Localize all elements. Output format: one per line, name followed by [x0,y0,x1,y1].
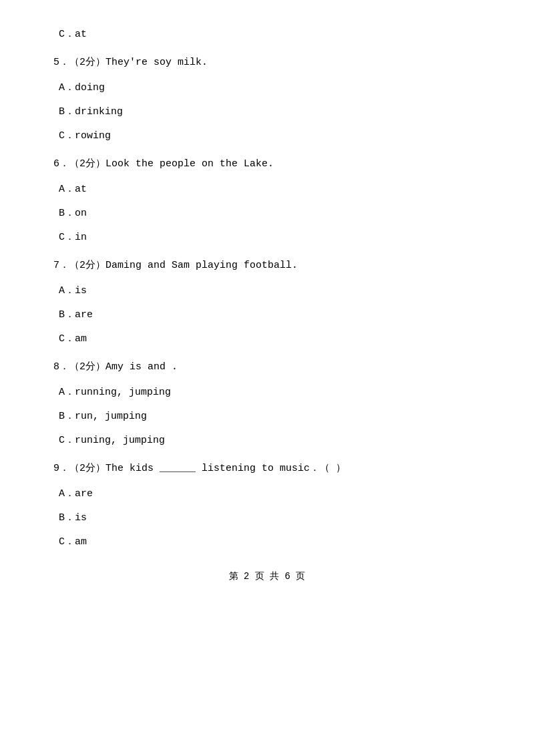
question-6-option-a: A．at [53,182,481,198]
question-7-option-c: C．am [53,331,481,347]
question-7-option-a: A．is [53,283,481,299]
question-8-option-b: B．run, jumping [53,409,481,425]
question-8-text: 8．（2分）Amy is and . [53,359,481,375]
question-6-text: 6．（2分）Look the people on the Lake. [53,156,481,172]
question-8-option-c: C．runing, jumping [53,433,481,449]
question-8: 8．（2分）Amy is and . A．running, jumping B．… [53,359,481,449]
question-9: 9．（2分）The kids ______ listening to music… [53,461,481,550]
question-6: 6．（2分）Look the people on the Lake. A．at … [53,156,481,246]
question-9-option-a: A．are [53,486,481,502]
question-5-option-a: A．doing [53,80,481,96]
question-5-text: 5．（2分）They're soy milk. [53,55,481,71]
question-8-option-a: A．running, jumping [53,385,481,401]
option-c-at: C．at [53,27,481,43]
prev-question-c-option: C．at [53,27,481,43]
question-5-option-b: B．drinking [53,104,481,120]
question-7-option-b: B．are [53,307,481,323]
question-6-option-c: C．in [53,230,481,246]
question-9-text: 9．（2分）The kids ______ listening to music… [53,461,481,477]
question-7: 7．（2分）Daming and Sam playing football. A… [53,258,481,347]
question-6-option-b: B．on [53,206,481,222]
question-5: 5．（2分）They're soy milk. A．doing B．drinki… [53,55,481,144]
question-9-option-b: B．is [53,510,481,526]
question-5-option-c: C．rowing [53,128,481,144]
exam-content: C．at 5．（2分）They're soy milk. A．doing B．d… [53,27,481,582]
question-9-option-c: C．am [53,534,481,550]
question-7-text: 7．（2分）Daming and Sam playing football. [53,258,481,274]
page-footer: 第 2 页 共 6 页 [53,570,481,582]
